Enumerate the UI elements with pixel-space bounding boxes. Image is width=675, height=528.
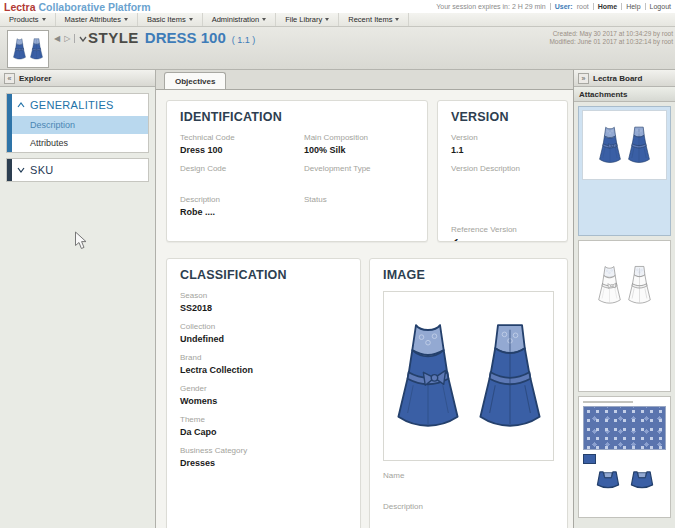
chevron-down-icon: [17, 167, 25, 173]
bodice-previews: [583, 469, 666, 491]
attachments-list: [574, 102, 675, 518]
attachment-preview: [582, 110, 667, 180]
style-image[interactable]: [383, 291, 554, 461]
field-value: 100% Silk: [304, 145, 414, 156]
chevron-down-icon: [42, 18, 46, 21]
next-record-icon[interactable]: ▷: [64, 34, 70, 43]
expand-panel-icon[interactable]: »: [578, 73, 589, 84]
explorer-title: Explorer: [19, 74, 51, 83]
tree-node-label: GENERALITIES: [30, 99, 114, 111]
field-image-name: Name: [383, 471, 554, 494]
tree-item-label: Description: [30, 120, 75, 130]
tab-strip: Objectives: [156, 70, 573, 90]
tree-node-sku[interactable]: SKU: [12, 159, 148, 181]
menu-item-basic-items[interactable]: Basic Items: [138, 13, 203, 26]
attachment-color-sketch[interactable]: [578, 106, 671, 236]
field-value: Dress 100: [180, 145, 290, 156]
tree-item-description[interactable]: Description: [12, 116, 148, 134]
menu-item-products[interactable]: Products: [0, 13, 56, 26]
group-accent-bar: [7, 94, 12, 152]
field-label: Status: [304, 195, 414, 204]
style-thumbnail[interactable]: [7, 30, 49, 68]
attachment-line-sketch[interactable]: [578, 240, 671, 392]
spacer: [451, 195, 554, 225]
menu-item-master-attributes[interactable]: Master Attributes: [56, 13, 138, 26]
tree-group-sku: SKU: [6, 158, 149, 182]
style-name: DRESS 100: [145, 29, 226, 46]
dress-back-lineart-thumb: [626, 263, 653, 307]
menu-label: Products: [9, 15, 39, 24]
field-value: Lectra Collection: [180, 365, 347, 376]
dress-front-thumb: [597, 124, 623, 166]
tree-item-label: Attributes: [30, 138, 68, 148]
created-date: Created: May 30 2017 at 10:34:29 by root: [549, 30, 673, 38]
field-label: Reference Version: [451, 225, 554, 234]
attachment-fabric-sheet[interactable]: [578, 396, 671, 518]
field-business-category: Business Category Dresses: [180, 446, 347, 469]
field-label: Design Code: [180, 164, 290, 173]
expand-chevron-icon[interactable]: [79, 36, 87, 42]
brand-logo: LectraCollaborative Platform: [4, 1, 151, 13]
menu-label: Recent Items: [348, 15, 392, 24]
menu-item-recent-items[interactable]: Recent Items: [339, 13, 409, 26]
fabric-pattern-swatch: [583, 406, 666, 450]
tree-node-generalities[interactable]: GENERALITIES: [12, 94, 148, 116]
field-value: Robe ....: [180, 207, 290, 218]
help-link[interactable]: Help: [626, 3, 640, 10]
logout-link[interactable]: Logout: [650, 3, 671, 10]
lectra-board-panel: » Lectra Board Attachments: [573, 70, 675, 528]
brand-name: Lectra: [4, 1, 36, 13]
content-area: IDENTIFICATION Technical Code Dress 100 …: [156, 89, 573, 528]
field-label: Season: [180, 291, 347, 300]
image-card: IMAGE Name Description: [369, 258, 568, 528]
prev-record-icon[interactable]: ◀: [54, 34, 60, 43]
menubar: Products Master Attributes Basic Items A…: [0, 13, 675, 27]
field-image-description: Description: [383, 502, 554, 525]
field-label: Name: [383, 471, 554, 480]
field-value: [304, 176, 414, 187]
field-value: 1.1: [451, 145, 554, 156]
field-value: [304, 207, 414, 218]
divider: [74, 34, 75, 43]
field-collection: Collection Undefined: [180, 322, 347, 345]
field-value: Da Capo: [180, 427, 347, 438]
center-area: Objectives IDENTIFICATION Technical Code…: [156, 70, 573, 528]
topbar: LectraCollaborative Platform Your sessio…: [0, 0, 675, 13]
chevron-down-icon: [262, 18, 266, 21]
bodice-back-icon: [629, 469, 655, 491]
field-technical-code: Technical Code Dress 100: [180, 133, 290, 156]
collapse-panel-icon[interactable]: «: [4, 73, 15, 84]
card-title: VERSION: [451, 110, 554, 124]
style-version-badge: ( 1.1 ): [232, 35, 256, 45]
field-value: Undefined: [180, 334, 347, 345]
field-version-description: Version Description: [451, 164, 554, 187]
field-label: Brand: [180, 353, 347, 362]
menu-item-file-library[interactable]: File Library: [276, 13, 339, 26]
attachments-header: Attachments: [574, 87, 675, 102]
field-description: Description Robe ....: [180, 195, 290, 218]
chevron-down-icon: [189, 18, 193, 21]
brand-product: Collaborative Platform: [39, 1, 151, 13]
field-status: Status: [304, 195, 414, 218]
field-development-type: Development Type: [304, 164, 414, 187]
card-title: IMAGE: [383, 268, 554, 282]
user-name: root: [577, 3, 589, 10]
field-label: Gender: [180, 384, 347, 393]
group-accent-bar: [7, 159, 12, 181]
style-type-label: STYLE: [88, 29, 139, 46]
field-label: Collection: [180, 322, 347, 331]
session-expires: Your session expires in: 2 H 29 min: [436, 3, 545, 10]
dress-front-icon: [12, 36, 27, 62]
menu-item-administration[interactable]: Administration: [203, 13, 277, 26]
dress-front-image: [391, 320, 465, 432]
card-title: IDENTIFICATION: [180, 110, 414, 124]
card-title: CLASSIFICATION: [180, 268, 347, 282]
app-window: LectraCollaborative Platform Your sessio…: [0, 0, 675, 528]
tree-item-attributes[interactable]: Attributes: [12, 134, 148, 152]
divider: [593, 3, 594, 10]
tab-objectives[interactable]: Objectives: [164, 72, 226, 89]
home-link[interactable]: Home: [598, 3, 617, 10]
bodice-front-icon: [595, 469, 621, 491]
chevron-down-icon: [124, 18, 128, 21]
session-info: Your session expires in: 2 H 29 min User…: [436, 3, 671, 10]
